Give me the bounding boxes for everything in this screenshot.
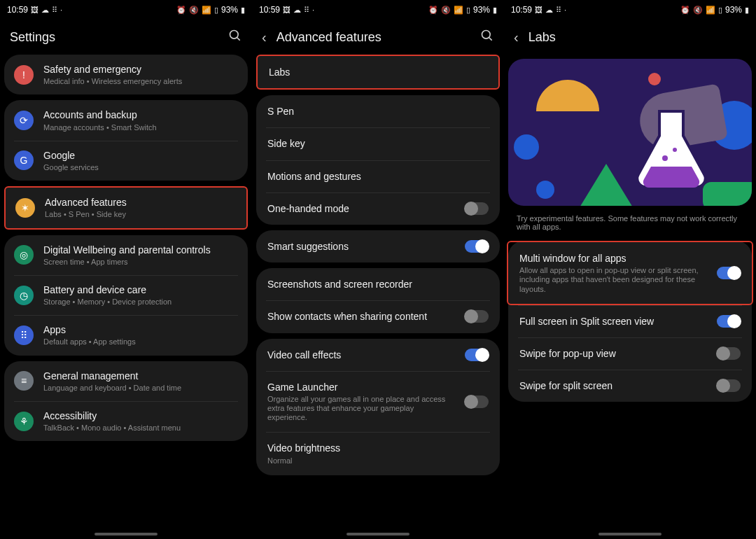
row-subtitle: Google services [43,163,238,172]
row-label: General management [43,370,238,382]
row-s-pen[interactable]: S Pen [256,95,500,127]
status-battery: 93% [221,5,238,15]
accessibility-icon: ⚘ [14,412,34,431]
row-labs[interactable]: Labs [258,56,498,88]
beaker-icon [633,108,710,199]
row-advanced-features[interactable]: ✶Advanced featuresLabs • S Pen • Side ke… [6,188,246,227]
back-button[interactable]: ‹ [262,29,267,46]
settings-group: S PenSide keyMotions and gesturesOne-han… [256,95,500,225]
status-bar: 10:59 🖼 ☁ ⠿ · ⏰ 🔇 📶 ▯ 93% ▮ [252,0,504,20]
settings-list[interactable]: !Safety and emergencyMedical info • Wire… [0,55,252,531]
toggle-swipe-for-pop-up-view[interactable] [717,347,741,360]
row-subtitle: Manage accounts • Smart Switch [43,123,238,132]
row-game-launcher[interactable]: Game LauncherOrganize all your games all… [256,371,500,433]
toggle-video-call-effects[interactable] [465,349,489,361]
row-general-management[interactable]: ≡General managementLanguage and keyboard… [4,361,248,401]
wifi-icon: 📶 [202,6,211,15]
row-apps[interactable]: ⠿AppsDefault apps • App settings [4,315,248,355]
svg-point-4 [662,155,668,161]
search-icon[interactable] [480,29,494,46]
toggle-one-handed-mode[interactable] [465,202,489,215]
advanced-features-icon: ✶ [15,198,35,218]
more-icon: · [60,6,62,14]
header: Settings [0,20,252,55]
row-screenshots-and-screen-recorder[interactable]: Screenshots and screen recorder [256,268,500,300]
settings-group: ⟳Accounts and backupManage accounts • Sm… [4,100,248,181]
toggle-multi-window-for-all-apps[interactable] [717,267,741,279]
signal-icon: ▯ [718,6,722,15]
row-accounts-and-backup[interactable]: ⟳Accounts and backupManage accounts • Sm… [4,100,248,140]
row-multi-window-for-all-apps[interactable]: Multi window for all appsAllow all apps … [507,241,753,305]
toggle-smart-suggestions[interactable] [465,240,489,253]
svg-line-1 [237,37,240,40]
row-google[interactable]: GGoogleGoogle services [4,141,248,181]
toggle-full-screen-in-split-screen-view[interactable] [717,315,741,328]
page-title: Advanced features [276,30,470,45]
status-time: 10:59 [7,5,28,15]
row-subtitle: Organize all your games all in one place… [267,395,455,423]
apps-icon: ⠿ [14,326,34,345]
svg-point-2 [482,30,491,38]
row-subtitle: Labs • S Pen • Side key [45,210,237,219]
toggle-show-contacts-when-sharing-content[interactable] [465,310,489,323]
row-motions-and-gestures[interactable]: Motions and gestures [256,160,500,192]
row-swipe-for-split-screen[interactable]: Swipe for split screen [508,370,752,402]
row-safety-and-emergency[interactable]: !Safety and emergencyMedical info • Wire… [4,55,248,94]
row-swipe-for-pop-up-view[interactable]: Swipe for pop-up view [508,337,752,370]
svg-point-0 [230,30,239,38]
cloud-icon: ☁ [41,6,49,15]
settings-group: Screenshots and screen recorderShow cont… [256,268,500,332]
status-bar: 10:59 🖼 ☁ ⠿ · ⏰ 🔇 📶 ▯ 93% ▮ [0,0,252,20]
advanced-features-list[interactable]: LabsS PenSide keyMotions and gesturesOne… [252,55,504,531]
nav-bar [0,531,252,539]
accounts-and-backup-icon: ⟳ [14,111,34,130]
row-battery-device-care[interactable]: ◷Battery and device careStorage • Memory… [4,275,248,315]
row-label: Show contacts when sharing content [267,310,455,323]
battery-device-care-icon: ◷ [14,286,34,305]
row-label: Swipe for pop-up view [519,347,707,360]
general-management-icon: ≡ [14,371,34,391]
row-label: Screenshots and screen recorder [267,278,489,290]
row-one-handed-mode[interactable]: One-handed mode [256,192,500,225]
row-video-call-effects[interactable]: Video call effects [256,339,500,371]
more-icon: · [312,6,314,14]
status-battery: 93% [473,5,490,15]
toggle-game-launcher[interactable] [465,396,489,408]
screen-advanced-features: 10:59 🖼 ☁ ⠿ · ⏰ 🔇 📶 ▯ 93% ▮ ‹ Advanced f… [252,0,504,539]
row-label: Google [43,149,238,162]
row-digital-wellbeing[interactable]: ◎Digital Wellbeing and parental controls… [4,235,248,275]
dots-icon: ⠿ [304,6,309,15]
page-title: Settings [10,30,218,45]
wifi-icon: 📶 [454,6,463,15]
row-subtitle: Screen time • App timers [43,258,238,267]
row-subtitle: Normal [267,456,489,465]
row-label: Video brightness [267,442,489,454]
row-video-brightness[interactable]: Video brightnessNormal [256,432,500,475]
search-icon[interactable] [228,29,242,46]
row-show-contacts-when-sharing-content[interactable]: Show contacts when sharing content [256,300,500,332]
labs-list[interactable]: Multi window for all appsAllow all apps … [504,241,756,531]
row-label: Multi window for all apps [519,252,707,265]
svg-line-3 [489,37,492,40]
digital-wellbeing-icon: ◎ [14,245,34,265]
row-label: One-handed mode [267,202,455,215]
safety-and-emergency-icon: ! [14,65,34,85]
row-side-key[interactable]: Side key [256,127,500,160]
row-label: Digital Wellbeing and parental controls [43,244,238,256]
back-button[interactable]: ‹ [514,29,519,46]
page-title: Labs [528,30,746,45]
image-icon: 🖼 [283,6,290,14]
row-accessibility[interactable]: ⚘AccessibilityTalkBack • Mono audio • As… [4,401,248,441]
labs-note: Try experimental features. Some features… [504,206,756,241]
battery-icon: ▮ [493,6,497,15]
toggle-swipe-for-split-screen[interactable] [717,379,741,392]
more-icon: · [564,6,566,14]
settings-group: ◎Digital Wellbeing and parental controls… [4,235,248,356]
row-smart-suggestions[interactable]: Smart suggestions [256,230,500,262]
alarm-icon: ⏰ [428,6,438,15]
row-subtitle: Allow all apps to open in pop-up view or… [519,266,707,294]
row-label: S Pen [267,105,489,118]
wifi-icon: 📶 [706,6,715,15]
battery-icon: ▮ [745,6,749,15]
row-full-screen-in-split-screen-view[interactable]: Full screen in Split screen view [508,305,752,337]
